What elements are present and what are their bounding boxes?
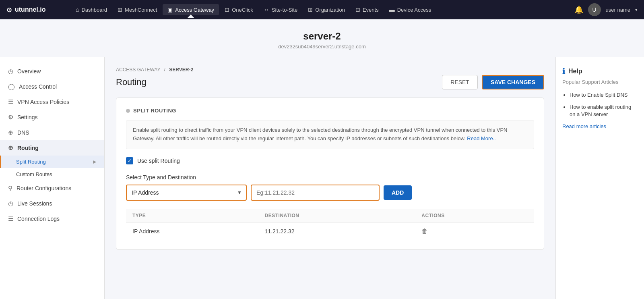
- sidebar-item-label: Settings: [17, 114, 38, 120]
- breadcrumb-parent[interactable]: ACCESS GATEWAY: [116, 67, 160, 73]
- destination-input[interactable]: [251, 185, 380, 201]
- nav-right: 🔔 U user name ▾: [574, 3, 638, 16]
- sidebar-item-overview[interactable]: ◷ Overview: [0, 64, 104, 79]
- connection-logs-icon: ☰: [8, 215, 13, 222]
- row-type: IP Address: [126, 222, 258, 240]
- notifications-bell-icon[interactable]: 🔔: [574, 5, 583, 14]
- help-article-link-2[interactable]: How to enable split routing on a VPN ser…: [570, 104, 631, 117]
- routing-card: SPLIT ROUTING Enable split routing to di…: [116, 98, 544, 250]
- nav-item-site-to-site[interactable]: ↔ Site-to-Site: [259, 4, 302, 15]
- use-split-routing-row: ✓ Use split Routing: [126, 157, 534, 164]
- delete-row-button[interactable]: 🗑: [421, 228, 428, 235]
- nav-item-access-gateway[interactable]: ▣ Access Gateway: [163, 4, 219, 15]
- username-label: user name: [606, 7, 630, 13]
- nav-label: Organization: [315, 7, 345, 13]
- nav-label: Events: [363, 7, 379, 13]
- vpn-policies-icon: ☰: [8, 98, 13, 106]
- page-title: Routing: [116, 77, 147, 87]
- list-item: How to Enable Split DNS: [570, 91, 638, 99]
- add-button[interactable]: ADD: [384, 185, 412, 200]
- main-layout: ◷ Overview ◯ Access Control ☰ VPN Access…: [0, 57, 644, 299]
- breadcrumb-separator: /: [164, 67, 165, 73]
- sidebar-item-connection-logs[interactable]: ☰ Connection Logs: [0, 211, 104, 226]
- type-destination-row: Select Type and Destination IP Address S…: [126, 174, 534, 201]
- split-routing-label: Split Routing: [16, 159, 46, 165]
- section-dot-icon: [126, 109, 130, 113]
- breadcrumb: ACCESS GATEWAY / SERVER-2: [116, 67, 544, 73]
- routing-icon: ⊕: [8, 144, 13, 152]
- access-gateway-icon: ▣: [167, 6, 173, 13]
- meshconnect-icon: ⊞: [118, 6, 122, 13]
- reset-button[interactable]: RESET: [442, 75, 478, 89]
- sidebar-item-live-sessions[interactable]: ◷ Live Sessions: [0, 196, 104, 211]
- col-header-destination: DESTINATION: [258, 209, 415, 223]
- help-icon: ℹ: [562, 67, 565, 76]
- save-changes-button[interactable]: SAVE CHANGES: [482, 75, 544, 89]
- sidebar-item-label: Overview: [17, 68, 41, 75]
- sidebar-item-label: DNS: [17, 129, 29, 136]
- page-title-row: Routing RESET SAVE CHANGES: [116, 75, 544, 89]
- sidebar-item-routing[interactable]: ⊕ Routing: [0, 140, 104, 156]
- col-header-actions: ACTIONS: [415, 209, 534, 223]
- nav-items: ⌂ Dashboard ⊞ MeshConnect ▣ Access Gatew…: [71, 4, 573, 15]
- events-icon: ⊟: [355, 6, 360, 13]
- nav-item-organization[interactable]: ⊞ Organization: [303, 4, 350, 15]
- dashboard-icon: ⌂: [76, 6, 79, 13]
- read-more-articles-link[interactable]: Read more articles: [562, 123, 638, 129]
- help-article-link-1[interactable]: How to Enable Split DNS: [570, 92, 628, 98]
- sidebar: ◷ Overview ◯ Access Control ☰ VPN Access…: [0, 57, 105, 299]
- oneclick-icon: ⊡: [225, 6, 229, 13]
- sidebar-item-access-control[interactable]: ◯ Access Control: [0, 79, 104, 94]
- nav-label: Site-to-Site: [272, 7, 297, 13]
- site-to-site-icon: ↔: [264, 6, 269, 13]
- avatar[interactable]: U: [588, 3, 601, 16]
- nav-item-meshconnect[interactable]: ⊞ MeshConnect: [113, 4, 162, 15]
- routing-sub-menu: Split Routing ▶ Custom Routes: [0, 156, 104, 181]
- top-navigation: ⊙ utunnel.io ⌂ Dashboard ⊞ MeshConnect ▣…: [0, 0, 644, 19]
- custom-routes-label: Custom Routes: [16, 171, 52, 177]
- select-label: Select Type and Destination: [126, 174, 534, 181]
- nav-item-dashboard[interactable]: ⌂ Dashboard: [71, 4, 112, 15]
- live-sessions-icon: ◷: [8, 200, 13, 207]
- row-destination: 11.21.22.32: [258, 222, 415, 240]
- help-panel: ℹ Help Popular Support Articles How to E…: [555, 57, 644, 299]
- info-text: Enable split routing to direct traffic f…: [133, 127, 508, 141]
- access-control-icon: ◯: [8, 83, 15, 90]
- nav-label: Device Access: [397, 7, 431, 13]
- action-buttons: RESET SAVE CHANGES: [442, 75, 544, 89]
- device-access-icon: ▬: [389, 6, 395, 13]
- nav-item-device-access[interactable]: ▬ Device Access: [384, 4, 436, 15]
- col-header-type: TYPE: [126, 209, 258, 223]
- sidebar-item-router-configurations[interactable]: ⚲ Router Configurations: [0, 181, 104, 196]
- sidebar-item-label: VPN Access Policies: [17, 99, 69, 105]
- logo-icon: ⊙: [6, 6, 12, 14]
- nav-label: Dashboard: [81, 7, 107, 13]
- dns-icon: ⊕: [8, 129, 13, 136]
- nav-label: OneClick: [232, 7, 253, 13]
- chevron-right-icon: ▶: [93, 159, 96, 164]
- nav-item-oneclick[interactable]: ⊡ OneClick: [220, 4, 258, 15]
- app-logo[interactable]: ⊙ utunnel.io: [6, 6, 63, 14]
- user-menu-chevron-icon[interactable]: ▾: [635, 7, 638, 12]
- split-routing-checkbox[interactable]: ✓: [126, 157, 133, 164]
- type-select[interactable]: IP Address Subnet Domain: [126, 185, 247, 201]
- server-name: server-2: [0, 31, 644, 42]
- settings-icon: ⚙: [8, 114, 13, 121]
- breadcrumb-current: SERVER-2: [169, 67, 193, 73]
- server-hostname: dev232sub4049server2.utnstage.com: [0, 44, 644, 50]
- sidebar-subitem-split-routing[interactable]: Split Routing ▶: [0, 156, 104, 168]
- routes-table: TYPE DESTINATION ACTIONS IP Address 11.2…: [126, 209, 534, 240]
- sidebar-item-vpn-access-policies[interactable]: ☰ VPN Access Policies: [0, 94, 104, 110]
- sidebar-subitem-custom-routes[interactable]: Custom Routes: [0, 168, 104, 181]
- organization-icon: ⊞: [308, 6, 313, 13]
- sidebar-item-dns[interactable]: ⊕ DNS: [0, 125, 104, 140]
- section-header: SPLIT ROUTING: [126, 108, 534, 114]
- main-content: ACCESS GATEWAY / SERVER-2 Routing RESET …: [105, 57, 555, 299]
- section-title: SPLIT ROUTING: [133, 108, 176, 114]
- read-more-inline-link[interactable]: Read More..: [467, 135, 496, 141]
- server-header: server-2 dev232sub4049server2.utnstage.c…: [0, 19, 644, 57]
- nav-item-events[interactable]: ⊟ Events: [351, 4, 384, 15]
- sidebar-item-settings[interactable]: ⚙ Settings: [0, 110, 104, 125]
- sidebar-item-label: Access Control: [19, 83, 57, 90]
- router-config-icon: ⚲: [8, 185, 12, 192]
